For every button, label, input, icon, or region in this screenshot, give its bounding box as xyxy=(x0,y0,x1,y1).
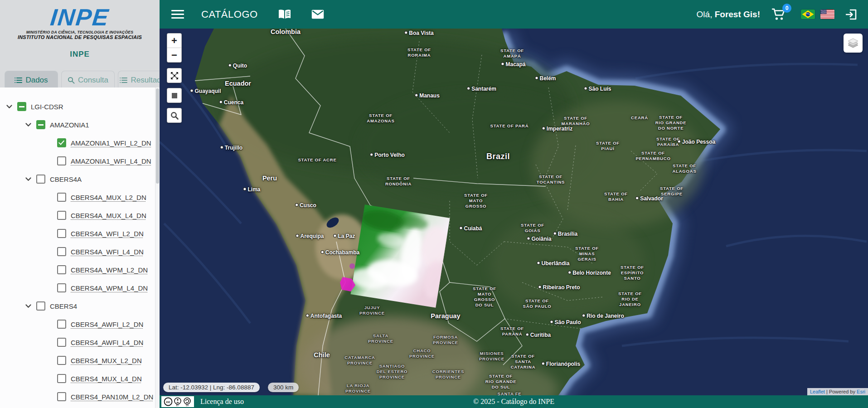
checkbox-unchecked[interactable] xyxy=(57,392,66,401)
list-icon xyxy=(120,77,127,83)
checkbox-unchecked[interactable] xyxy=(36,301,45,311)
checkbox-unchecked[interactable] xyxy=(57,211,66,220)
zoom-out-button[interactable]: − xyxy=(167,48,181,62)
checkbox-indeterminate[interactable] xyxy=(17,102,26,111)
svg-text:SA: SA xyxy=(186,404,189,407)
zoom-in-button[interactable]: + xyxy=(167,34,181,48)
page-title: CATÁLOGO xyxy=(201,9,258,20)
tree-item[interactable]: CBERS4A xyxy=(0,170,160,188)
tree-item[interactable]: CBERS4A_WFI_L2_DN xyxy=(0,224,160,243)
cc-by-sa-badge[interactable]: cc BY SA xyxy=(161,396,194,407)
tab-label: Resultados xyxy=(131,76,160,85)
sidebar-scrollbar[interactable] xyxy=(155,87,160,408)
checkbox-unchecked[interactable] xyxy=(57,229,66,238)
tree-item-label[interactable]: CBERS4_AWFI_L2_DN xyxy=(71,321,143,328)
menu-icon[interactable] xyxy=(171,10,184,19)
cart-icon[interactable]: 0 xyxy=(772,8,786,20)
box-select-button[interactable] xyxy=(167,88,182,103)
collections-panel: LGI-CDSRAMAZONIA1AMAZONIA1_WFI_L2_DNAMAZ… xyxy=(0,87,160,408)
tab-resultados[interactable]: Resultados xyxy=(118,71,160,89)
flag-usa[interactable] xyxy=(820,10,834,19)
tree-item-label[interactable]: CBERS4 xyxy=(50,302,77,310)
tree-item[interactable]: CBERS4A_WPM_L4_DN xyxy=(0,279,160,297)
tree-item[interactable]: CBERS4 xyxy=(0,297,160,315)
tree-item[interactable]: CBERS4_AWFI_L4_DN xyxy=(0,333,160,351)
checkbox-unchecked[interactable] xyxy=(36,175,45,184)
tree-item[interactable]: CBERS4A_MUX_L2_DN xyxy=(0,188,160,206)
search-icon xyxy=(170,112,179,120)
map-readouts: Lat: -12.03932 | Lng: -86.08887 300 km xyxy=(163,383,299,392)
chevron-down-icon[interactable] xyxy=(6,105,17,109)
inpe-catalog-app: INPE MINISTÉRIO DA CIÊNCIA, TECNOLOGIA E… xyxy=(0,0,868,408)
inpe-subtitle: INPE xyxy=(0,50,160,59)
tree-item[interactable]: AMAZONIA1_WFI_L2_DN xyxy=(0,134,160,152)
checkbox-unchecked[interactable] xyxy=(57,193,66,202)
tree-item[interactable]: AMAZONIA1 xyxy=(0,116,160,134)
tree-item[interactable]: CBERS4A_MUX_L4_DN xyxy=(0,206,160,224)
tree-item-label[interactable]: CBERS4_MUX_L4_DN xyxy=(71,375,142,383)
tree-item-label[interactable]: CBERS4A_MUX_L4_DN xyxy=(71,212,146,219)
tree-item-label[interactable]: AMAZONIA1_WFI_L4_DN xyxy=(71,157,151,165)
chevron-down-icon[interactable] xyxy=(25,304,36,308)
user-greeting: Olá, Forest Gis! xyxy=(697,10,760,19)
main-area: CATÁLOGO Olá, Forest Gis! 0 xyxy=(160,0,868,408)
tree-item[interactable]: CBERS4_MUX_L2_DN xyxy=(0,351,160,369)
inpe-logo: INPE MINISTÉRIO DA CIÊNCIA, TECNOLOGIA E… xyxy=(0,0,160,59)
svg-text:BY: BY xyxy=(176,404,179,407)
tree-item-label[interactable]: CBERS4A_WPM_L2_DN xyxy=(71,266,148,274)
scene-footprint-overlay xyxy=(347,204,453,308)
username: Forest Gis! xyxy=(715,10,760,19)
checkbox-unchecked[interactable] xyxy=(57,338,66,347)
book-icon[interactable] xyxy=(278,9,291,20)
tree-item-label[interactable]: CBERS4A_WFI_L2_DN xyxy=(71,230,144,238)
map-search-button[interactable] xyxy=(167,108,182,123)
checkbox-unchecked[interactable] xyxy=(57,156,66,165)
list-icon xyxy=(15,77,22,83)
tree-item-label[interactable]: CBERS4A_WPM_L4_DN xyxy=(71,284,148,292)
copyright-text: © 2025 - Catálogo do INPE xyxy=(473,398,554,406)
tree-item[interactable]: CBERS4_PAN10M_L2_DN xyxy=(0,388,160,406)
checkbox-unchecked[interactable] xyxy=(57,265,66,274)
tab-consulta[interactable]: Consulta xyxy=(61,71,115,89)
tree-item[interactable]: CBERS4_MUX_L4_DN xyxy=(0,369,160,388)
layers-control[interactable] xyxy=(844,34,863,53)
checkbox-unchecked[interactable] xyxy=(57,283,66,292)
chevron-down-icon[interactable] xyxy=(25,123,36,127)
leaflet-link[interactable]: Leaflet xyxy=(810,389,825,394)
tree-item-label[interactable]: CBERS4_MUX_L2_DN xyxy=(71,357,142,364)
tree-item[interactable]: CBERS4_AWFI_L2_DN xyxy=(0,315,160,333)
checkbox-unchecked[interactable] xyxy=(57,320,66,329)
flag-brazil[interactable] xyxy=(801,10,815,19)
tree-item-label[interactable]: LGI-CDSR xyxy=(31,103,63,111)
tab-label: Dados xyxy=(25,76,48,85)
tab-dados[interactable]: Dados xyxy=(5,71,58,89)
search-icon xyxy=(68,77,75,84)
chevron-down-icon[interactable] xyxy=(25,177,36,181)
fullscreen-button[interactable] xyxy=(167,68,182,83)
exit-icon[interactable] xyxy=(845,9,857,20)
tree-item-label[interactable]: CBERS4A xyxy=(50,175,82,183)
tree-item-label[interactable]: CBERS4_AWFI_L4_DN xyxy=(71,339,143,346)
tree-item-label[interactable]: CBERS4A_MUX_L2_DN xyxy=(71,194,146,201)
scrollbar-thumb[interactable] xyxy=(156,88,159,184)
tree-item[interactable]: AMAZONIA1_WFI_L4_DN xyxy=(0,152,160,170)
checkbox-indeterminate[interactable] xyxy=(36,120,45,129)
mail-icon[interactable] xyxy=(311,10,324,19)
license-link[interactable]: Licença de uso xyxy=(200,398,244,406)
esri-link[interactable]: Esri xyxy=(857,389,865,394)
checkbox-unchecked[interactable] xyxy=(57,374,66,383)
tree-item-label[interactable]: CBERS4A_WFI_L4_DN xyxy=(71,248,144,256)
tree-item-label[interactable]: AMAZONIA1 xyxy=(50,121,89,129)
tree-item[interactable]: CBERS4A_WFI_L4_DN xyxy=(0,243,160,261)
tree-item-label[interactable]: AMAZONIA1_WFI_L2_DN xyxy=(71,139,151,147)
checkbox-checked[interactable] xyxy=(57,138,66,147)
map-canvas[interactable]: ColombiaBoa VistaSTATE OF RORAIMASTATE O… xyxy=(160,29,868,395)
cc-license-icons: cc BY SA xyxy=(164,397,192,406)
tree-item[interactable]: LGI-CDSR xyxy=(0,97,160,116)
sidebar-tabs: Dados Consulta Resultados xyxy=(0,71,160,89)
institute-line: INSTITUTO NACIONAL DE PESQUISAS ESPACIAI… xyxy=(0,34,160,40)
checkbox-unchecked[interactable] xyxy=(57,356,66,365)
tree-item[interactable]: CBERS4A_WPM_L2_DN xyxy=(0,261,160,279)
checkbox-unchecked[interactable] xyxy=(57,247,66,256)
tree-item-label[interactable]: CBERS4_PAN10M_L2_DN xyxy=(71,393,153,401)
